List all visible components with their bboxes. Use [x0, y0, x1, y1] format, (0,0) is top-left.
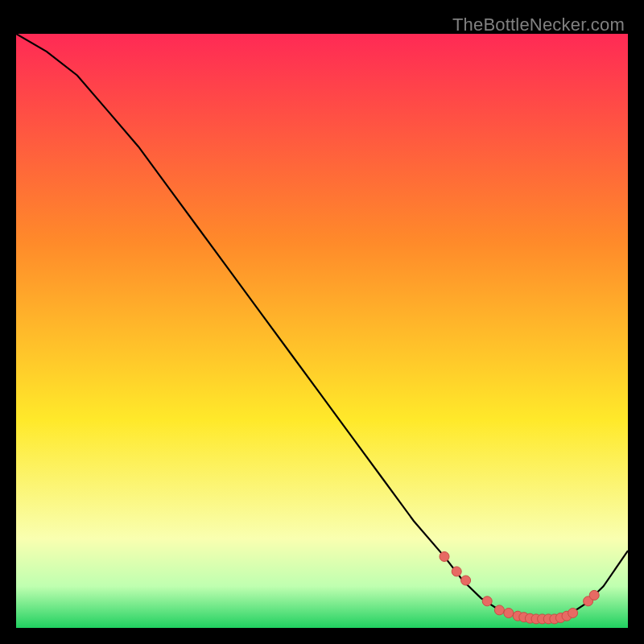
chart-svg [16, 34, 628, 628]
plot-area [16, 34, 628, 628]
data-marker [589, 590, 599, 600]
data-marker [494, 605, 504, 615]
data-marker [568, 609, 578, 618]
data-marker [482, 597, 492, 606]
data-marker [440, 551, 449, 561]
chart-frame: TheBottleNecker.com [16, 16, 628, 628]
data-marker [504, 609, 514, 618]
watermark-text: TheBottleNecker.com [452, 14, 625, 35]
data-marker [452, 567, 461, 576]
gradient-background [16, 34, 628, 628]
data-marker [461, 576, 471, 585]
